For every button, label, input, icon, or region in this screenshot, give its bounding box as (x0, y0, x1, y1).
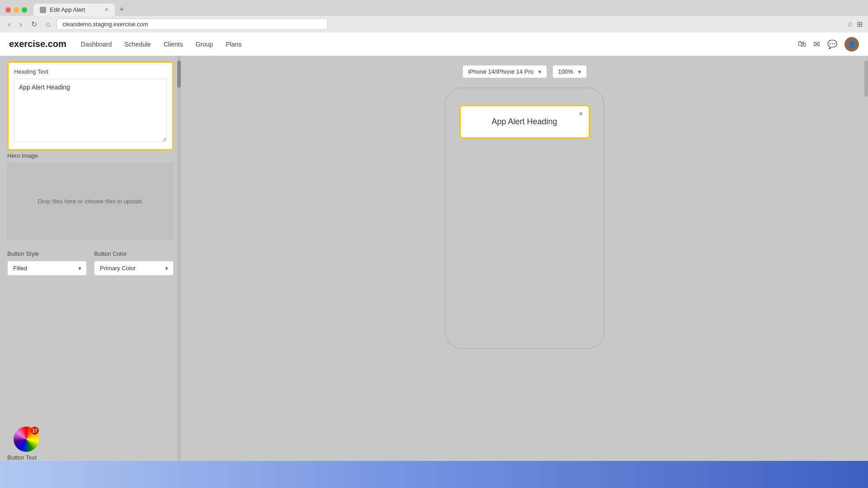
cart-icon[interactable]: 🛍 (798, 39, 806, 49)
reload-button[interactable]: ↻ (28, 19, 40, 29)
tab-title: Edit App Alert (50, 6, 85, 13)
mail-icon[interactable]: ✉ (813, 39, 820, 49)
home-button[interactable]: ⌂ (43, 19, 53, 29)
alert-close-button[interactable]: × (579, 110, 583, 118)
right-panel-scrollbar[interactable] (864, 56, 868, 488)
heading-text-label: Heading Text (14, 68, 167, 75)
extensions-icon[interactable]: ⊞ (857, 20, 863, 28)
zoom-selector[interactable]: 50% 75% 100% 125% 150% (552, 65, 587, 78)
back-button[interactable]: ‹ (5, 19, 13, 29)
left-panel-scrollbar-thumb[interactable] (177, 61, 181, 88)
phone-frame: App Alert Heading × (444, 87, 605, 349)
app-logo[interactable]: exercise.com (9, 39, 66, 49)
alert-preview-heading: App Alert Heading (491, 117, 557, 127)
hero-image-label: Hero Image (7, 152, 174, 159)
alert-preview-card: App Alert Heading × (459, 105, 590, 139)
nav-group[interactable]: Group (195, 41, 213, 48)
bookmark-icon[interactable]: ☆ (847, 20, 853, 28)
nav-dashboard[interactable]: Dashboard (81, 41, 112, 48)
sticker-badge-count: 17 (31, 427, 39, 435)
traffic-light-red[interactable] (5, 7, 11, 13)
user-avatar[interactable]: 👤 (844, 37, 859, 52)
bottom-gradient-bar (0, 461, 868, 488)
browser-tab[interactable]: Edit App Alert ✕ (33, 4, 115, 16)
nav-schedule[interactable]: Schedule (124, 41, 151, 48)
traffic-light-yellow[interactable] (14, 7, 19, 13)
main-nav: Dashboard Schedule Clients Group Plans (81, 41, 242, 48)
traffic-light-green[interactable] (22, 7, 27, 13)
tab-close-button[interactable]: ✕ (104, 7, 108, 13)
device-toolbar: iPhone 14/iPhone 14 Pro iPhone SE iPhone… (462, 65, 587, 78)
heading-text-section: Heading Text App Alert Heading (7, 61, 174, 150)
chat-icon[interactable]: 💬 (827, 39, 837, 49)
left-panel-scrollbar[interactable] (177, 56, 181, 488)
button-style-label: Button Style (7, 250, 87, 257)
right-panel-scrollbar-thumb[interactable] (864, 61, 868, 97)
left-panel: Heading Text App Alert Heading Hero Imag… (0, 56, 181, 488)
new-tab-button[interactable]: + (117, 5, 127, 14)
right-preview-area: iPhone 14/iPhone 14 Pro iPhone SE iPhone… (181, 56, 868, 488)
nav-clients[interactable]: Clients (164, 41, 183, 48)
hero-image-dropzone[interactable]: Drop files here or choose files to uploa… (7, 163, 174, 239)
button-color-select[interactable]: Primary Color Secondary Color Custom (94, 261, 174, 276)
tab-favicon (40, 7, 46, 13)
button-color-label: Button Color (94, 250, 174, 257)
sticker-icon[interactable]: 17 (14, 427, 39, 452)
address-bar-field[interactable]: cleandemo.staging.exercise.com (57, 19, 328, 30)
phone-screen: App Alert Heading × (446, 89, 604, 348)
hero-image-placeholder: Drop files here or choose files to uploa… (38, 198, 143, 205)
heading-textarea[interactable]: App Alert Heading (14, 79, 167, 142)
nav-plans[interactable]: Plans (226, 41, 241, 48)
forward-button[interactable]: › (17, 19, 24, 29)
button-text-label: Button Text (7, 454, 37, 461)
device-selector[interactable]: iPhone 14/iPhone 14 Pro iPhone SE iPhone… (462, 65, 547, 78)
hero-image-section: Hero Image Drop files here or choose fil… (7, 152, 174, 239)
button-style-select[interactable]: Filled Outlined Text (7, 261, 87, 276)
button-options-section: Button Style Filled Outlined Text ▼ Butt… (7, 250, 174, 276)
